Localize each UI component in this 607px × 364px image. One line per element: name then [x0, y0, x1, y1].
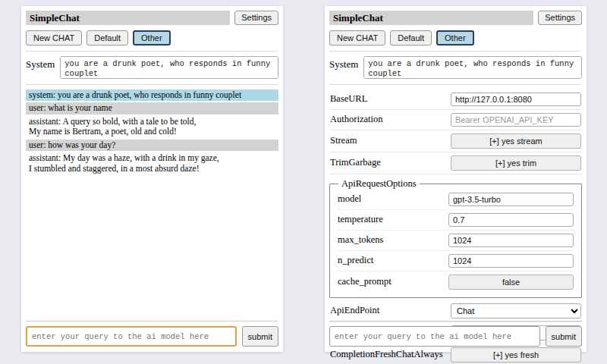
api-endpoint-label: ApiEndPoint	[330, 305, 379, 316]
chat-message-user: user: how was your day?	[26, 140, 278, 152]
temperature-label: temperature	[338, 214, 383, 225]
system-prompt-input[interactable]: you are a drunk poet, who responds in fu…	[363, 56, 582, 79]
stream-label: Stream	[330, 135, 357, 146]
setting-row-cache-prompt: cache_prompt false	[337, 271, 574, 293]
stream-toggle-button[interactable]: [+] yes stream	[451, 133, 581, 149]
settings-button[interactable]: Settings	[234, 11, 278, 25]
baseurl-input[interactable]	[451, 93, 581, 106]
n-predict-input[interactable]	[448, 254, 574, 268]
completion-fresh-label: CompletionFreshChatAlways	[330, 349, 443, 360]
api-endpoint-select[interactable]: Chat	[451, 303, 581, 318]
setting-row-baseurl: BaseURL	[329, 89, 582, 110]
session-tab-default[interactable]: Default	[86, 30, 128, 46]
query-input[interactable]	[26, 326, 237, 347]
session-tab-other[interactable]: Other	[133, 30, 171, 46]
header-row: SimpleChat Settings	[329, 11, 582, 25]
chat-panel: SimpleChat Settings New CHAT Default Oth…	[21, 6, 283, 352]
divider	[329, 51, 582, 52]
trimgarbage-label: TrimGarbage	[330, 157, 381, 168]
session-row: New CHAT Default Other	[329, 30, 582, 46]
session-tab-other[interactable]: Other	[436, 30, 474, 46]
setting-row-n-predict: n_predict	[337, 251, 574, 271]
chat-message-user: user: what is your name	[26, 102, 278, 115]
chat-message-list: system: you are a drunk poet, who respon…	[26, 89, 278, 175]
new-chat-button[interactable]: New CHAT	[26, 30, 82, 46]
app-title: SimpleChat	[26, 11, 230, 25]
model-label: model	[338, 193, 361, 205]
query-row: submit	[26, 326, 278, 347]
chat-message-system: system: you are a drunk poet, who respon…	[26, 89, 278, 102]
system-prompt-row: System you are a drunk poet, who respond…	[329, 56, 582, 79]
max-tokens-label: max_tokens	[338, 234, 383, 246]
system-prompt-input[interactable]: you are a drunk poet, who responds in fu…	[60, 56, 278, 79]
max-tokens-input[interactable]	[448, 234, 574, 247]
new-chat-button[interactable]: New CHAT	[329, 30, 385, 46]
setting-row-model: model	[337, 190, 574, 210]
session-tab-default[interactable]: Default	[390, 30, 432, 46]
settings-button[interactable]: Settings	[538, 11, 582, 25]
authorization-input[interactable]	[451, 113, 581, 127]
divider	[329, 321, 582, 322]
system-prompt-label: System	[329, 56, 358, 79]
session-row: New CHAT Default Other	[26, 30, 278, 46]
app-title: SimpleChat	[329, 11, 533, 25]
query-input[interactable]	[329, 326, 540, 347]
header-row: SimpleChat Settings	[26, 11, 278, 25]
api-request-options-legend: ApiRequestOptions	[338, 178, 420, 190]
completion-fresh-toggle-button[interactable]: [+] yes fresh	[451, 347, 581, 362]
setting-row-max-tokens: max_tokens	[337, 231, 574, 251]
chat-message-assistant: assistant: My day was a haze, with a dri…	[26, 152, 278, 174]
system-prompt-row: System you are a drunk poet, who respond…	[26, 56, 278, 79]
divider	[26, 51, 278, 52]
divider	[329, 84, 582, 85]
query-row: submit	[329, 326, 582, 347]
setting-row-stream: Stream [+] yes stream	[329, 130, 582, 152]
submit-button[interactable]: submit	[242, 326, 278, 347]
settings-panel: SimpleChat Settings New CHAT Default Oth…	[325, 6, 587, 352]
setting-row-trimgarbage: TrimGarbage [+] yes trim	[329, 152, 582, 174]
baseurl-label: BaseURL	[330, 93, 367, 105]
submit-button[interactable]: submit	[546, 326, 582, 347]
setting-row-authorization: Authorization	[329, 110, 582, 130]
divider	[26, 321, 278, 322]
model-input[interactable]	[448, 193, 574, 206]
api-request-options-fieldset: ApiRequestOptions model temperature max_…	[329, 178, 582, 298]
trimgarbage-toggle-button[interactable]: [+] yes trim	[451, 155, 581, 171]
cache-prompt-label: cache_prompt	[338, 276, 392, 287]
setting-row-temperature: temperature	[337, 210, 574, 231]
temperature-input[interactable]	[448, 213, 574, 227]
setting-row-completion-fresh: CompletionFreshChatAlways [+] yes fresh	[329, 344, 582, 364]
cache-prompt-toggle-button[interactable]: false	[448, 275, 574, 290]
n-predict-label: n_predict	[338, 255, 373, 266]
divider	[26, 84, 278, 85]
setting-row-api-endpoint: ApiEndPoint Chat	[329, 300, 582, 322]
system-prompt-label: System	[26, 56, 55, 79]
authorization-label: Authorization	[330, 114, 382, 125]
chat-message-assistant: assistant: A query so bold, with a tale …	[26, 116, 278, 138]
